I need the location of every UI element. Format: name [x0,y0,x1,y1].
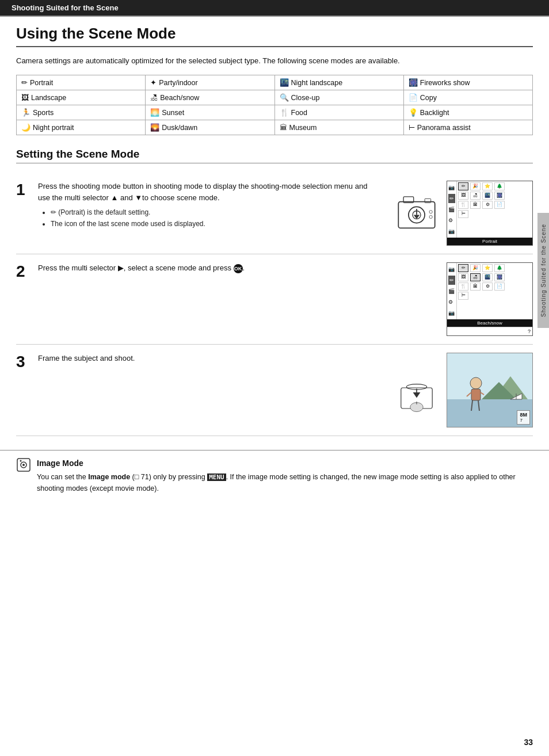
scene-icon: 🖼 [21,93,29,102]
scene-icon: 🔍 [280,93,289,102]
scene-icon: 🌃 [280,78,289,87]
step-3-body: Frame the subject and shoot. [38,353,383,368]
scene-label: Sunset [162,109,184,117]
svg-rect-22 [471,389,481,400]
table-cell: 🎆Fireworks show [403,75,532,90]
table-cell: ✏Portrait [17,75,146,90]
step-2-number: 2 [16,264,38,280]
scene-icon: 🏖 [150,93,158,102]
scene-table: ✏Portrait✦Party/indoor🌃Night landscape🎆F… [16,75,533,135]
svg-point-7 [429,211,432,213]
camera-screen-2: 📷 ✏ 🎬 ⚙ 📷 ✏ 🎉 ⭐ 🌲 [447,262,533,336]
table-cell: 🔍Close-up [274,90,403,105]
image-mode-icon [16,457,31,472]
top-header: Shooting Suited for the Scene [0,0,549,17]
step-1-bullet-1: ✏ (Portrait) is the default setting. [51,207,376,218]
scene-icon: ⊢ [409,123,415,132]
step-3: 3 Frame the subject and shoot. [16,345,533,436]
table-cell: 🏃Sports [17,105,146,120]
screen-1-label: Portrait [447,238,532,245]
scene-icon: 📄 [409,93,418,102]
step-2-text: Press the multi selector ▶, select a sce… [38,262,376,274]
table-cell: 🖼Landscape [17,90,146,105]
note-text-block: Image Mode You can set the Image mode (□… [37,457,533,494]
shutter-button-diagram [391,365,442,415]
scene-icon: 🌄 [150,123,159,132]
scene-icon: 🎆 [409,78,418,87]
main-content: Using the Scene Mode Camera settings are… [0,17,549,444]
side-tab-text: Shooting Suited for the Scene [540,224,547,317]
scene-icon: ✦ [150,78,157,87]
intro-text: Camera settings are automatically optimi… [16,55,533,67]
table-cell: 🌅Sunset [146,105,274,120]
step-1-images: 📷 ✏ 🎬 ⚙ 📷 ✏ 🎉 ⭐ 🌲 [383,181,533,246]
scene-label: Portrait [30,79,53,87]
table-cell: 🌙Night portrait [17,120,146,135]
scene-label: Fireworks show [420,79,470,87]
table-cell: 🏖Beach/snow [146,90,274,105]
step-2-images: 📷 ✏ 🎬 ⚙ 📷 ✏ 🎉 ⭐ 🌲 [383,262,533,336]
bottom-note: Image Mode You can set the Image mode (□… [0,450,549,500]
table-cell: 🌃Night landscape [274,75,403,90]
scene-photo: 🏖 [447,353,533,427]
scene-label: Museum [289,124,317,132]
page: Shooting Suited for the Scene Using the … [0,0,549,756]
scene-icon: 🌙 [21,123,30,132]
page-number: 33 [524,738,533,747]
step-3-images: 🏖 [383,353,533,427]
scene-label: Dusk/dawn [162,124,197,132]
step-2-body: Press the multi selector ▶, select a sce… [38,262,383,277]
svg-point-30 [20,460,22,461]
table-cell: 🍴Food [274,105,403,120]
scene-icon: 🌅 [150,108,159,117]
note-icon [16,457,31,475]
screen-2-label: Beach/snow [447,319,532,327]
table-cell: 📄Copy [403,90,532,105]
scene-icon: 🏃 [21,108,30,117]
scene-label: Beach/snow [160,94,199,102]
side-tab: Shooting Suited for the Scene [537,213,549,328]
screen-right-content-1: ✏ 🎉 ⭐ 🌲 🖼 🏖 🌃 🎆 [457,181,532,238]
scene-label: Copy [420,94,437,102]
camera-screen-1: 📷 ✏ 🎬 ⚙ 📷 ✏ 🎉 ⭐ 🌲 [447,181,533,246]
camera-button-diagram-1 [391,188,442,238]
step-1: 1 Press the shooting mode button in shoo… [16,173,533,254]
scene-label: Close-up [291,94,320,102]
screen-right-content-2: ✏ 🎉 ⭐ 🌲 🖼 🏖 🌃 🎆 [457,263,532,319]
step-3-text: Frame the subject and shoot. [38,353,376,364]
scene-label: Landscape [31,94,66,102]
scene-label: Night portrait [33,124,74,132]
scene-icon: 💡 [409,108,418,117]
table-cell: 💡Backlight [403,105,532,120]
scene-icon: 🏛 [280,123,287,132]
svg-point-29 [22,464,25,466]
step-1-body: Press the shooting mode button in shooti… [38,181,383,231]
step-2: 2 Press the multi selector ▶, select a s… [16,254,533,345]
step-1-bullet-2: The icon of the last scene mode used is … [51,219,376,230]
screen-left-icons-1: 📷 ✏ 🎬 ⚙ 📷 [447,181,457,238]
scene-label: Sports [33,109,54,117]
scene-icon: ✏ [21,78,28,87]
header-title: Shooting Suited for the Scene [12,3,119,12]
scene-label: Party/indoor [159,79,197,87]
scene-label: Backlight [420,109,449,117]
table-cell: 🏛Museum [274,120,403,135]
svg-point-21 [470,377,482,389]
step-3-number: 3 [16,354,38,370]
scene-label: Food [291,109,308,117]
svg-marker-11 [413,392,421,398]
note-body: You can set the Image mode (□ 71) only b… [37,472,533,494]
scene-icon: 🍴 [280,108,289,117]
scene-label: Night landscape [291,79,343,87]
section-heading: Setting the Scene Mode [16,148,533,163]
step-1-text: Press the shooting mode button in shooti… [38,181,376,204]
note-title: Image Mode [37,457,533,470]
step-1-number: 1 [16,182,38,198]
page-title: Using the Scene Mode [16,25,533,47]
table-cell: ✦Party/indoor [146,75,274,90]
table-cell: 🌄Dusk/dawn [146,120,274,135]
screen-left-icons-2: 📷 ✏ 🎬 ⚙ 📷 [447,263,457,319]
svg-point-8 [429,215,432,218]
scene-label: Panorama assist [417,124,471,132]
table-cell: ⊢Panorama assist [403,120,532,135]
